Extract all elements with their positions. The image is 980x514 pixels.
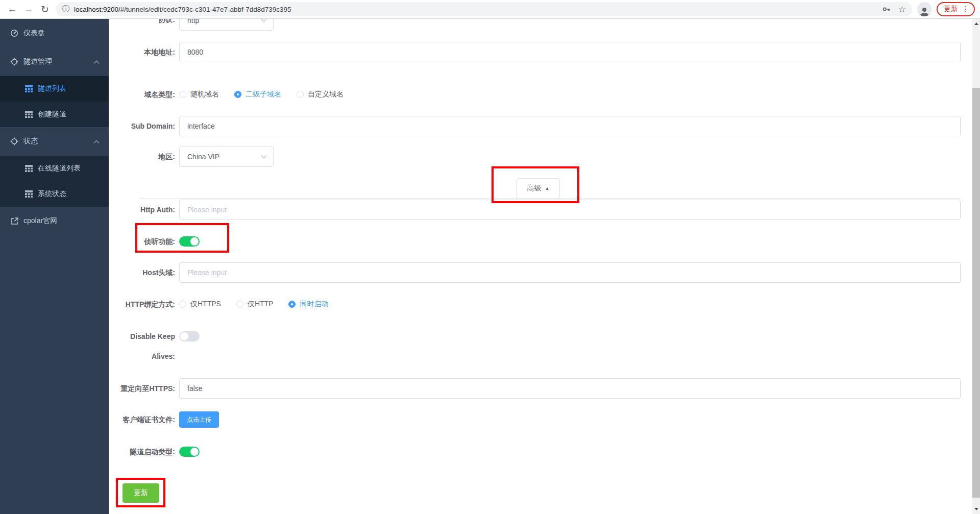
radio-random-domain[interactable]: 随机域名	[179, 90, 219, 99]
redirect-https-label: 重定向至HTTPS:	[109, 378, 175, 399]
radio-circle-icon	[179, 301, 186, 308]
listen-toggle[interactable]	[179, 236, 200, 247]
local-address-input[interactable]	[179, 42, 961, 62]
local-address-label: 本地地址:	[109, 42, 175, 62]
tunnel-start-type-label: 隧道启动类型:	[109, 442, 175, 462]
submenu-status: 在线隧道列表 系统状态	[0, 156, 109, 207]
sidebar-item-label: 隧道列表	[38, 84, 66, 93]
radio-circle-icon	[288, 301, 296, 308]
profile-avatar[interactable]	[917, 2, 932, 16]
sidebar-item-system-status[interactable]: 系统状态	[0, 181, 109, 207]
chevron-up-icon	[93, 137, 100, 145]
external-link-icon	[10, 217, 18, 225]
radio-label: 同时启动	[300, 300, 328, 309]
sub-domain-label: Sub Domain:	[109, 116, 175, 136]
sidebar-item-label: 在线隧道列表	[38, 164, 81, 173]
browser-toolbar: ← → ↻ ⓘ localhost:9200/#/tunnels/edit/ce…	[0, 0, 980, 19]
radio-custom-domain[interactable]: 自定义域名	[297, 90, 344, 99]
sidebar: 仪表盘 隧道管理 隧道列表 创建隧道 状态	[0, 19, 109, 514]
radio-circle-icon	[236, 301, 243, 308]
submenu-tunnel-management: 隧道列表 创建隧道	[0, 76, 109, 127]
radio-circle-icon	[179, 91, 186, 98]
http-bind-label: HTTP绑定方式:	[109, 294, 175, 314]
radio-subdomain[interactable]: 二级子域名	[234, 90, 281, 99]
radio-label: 仅HTTP	[248, 300, 274, 309]
host-header-input[interactable]	[179, 262, 961, 283]
update-submit-button[interactable]: 更新	[122, 483, 159, 503]
radio-http-only[interactable]: 仅HTTP	[236, 300, 274, 309]
address-bar[interactable]: ⓘ localhost:9200/#/tunnels/edit/cedc793c…	[56, 2, 912, 16]
upload-button[interactable]: 点击上传	[179, 411, 219, 428]
radio-label: 随机域名	[190, 90, 219, 99]
url-path: /#/tunnels/edit/cedc793c-c301-47e7-abbf-…	[118, 6, 291, 13]
sidebar-item-label: 系统状态	[38, 189, 66, 199]
client-cert-label: 客户端证书文件:	[109, 409, 175, 430]
advanced-toggle-button[interactable]: 高级 ▲	[517, 178, 560, 199]
protocol-select[interactable]: http	[179, 19, 274, 31]
advanced-label: 高级	[527, 184, 542, 193]
sidebar-item-online-tunnel-list[interactable]: 在线隧道列表	[0, 156, 109, 181]
region-select[interactable]: China VIP	[179, 146, 274, 167]
http-auth-label: Http Auth:	[109, 200, 175, 220]
radio-circle-icon	[234, 91, 241, 98]
chevron-down-icon	[261, 19, 267, 22]
tunnel-edit-form: 协议: http 本地地址: 域名类型: 随机域名 二级子域名 自定义域名 S	[109, 19, 972, 514]
tunnel-start-type-toggle[interactable]	[179, 447, 200, 457]
sidebar-item-cpolar-website[interactable]: cpolar官网	[0, 207, 109, 235]
scroll-down-icon[interactable]	[972, 505, 980, 513]
listen-label: 侦听功能:	[109, 231, 175, 252]
sidebar-section-label: 隧道管理	[23, 57, 52, 66]
http-auth-input[interactable]	[179, 200, 961, 220]
bookmark-star-icon[interactable]: ☆	[898, 4, 906, 15]
chevron-up-icon	[93, 58, 100, 66]
grid-icon	[24, 85, 33, 93]
region-value: China VIP	[187, 153, 219, 161]
chevron-down-icon	[261, 155, 267, 159]
sidebar-item-label: 创建隧道	[38, 110, 66, 119]
sidebar-item-create-tunnel[interactable]: 创建隧道	[0, 102, 109, 127]
back-icon[interactable]: ←	[4, 1, 20, 17]
password-key-icon[interactable]	[882, 5, 891, 14]
radio-both[interactable]: 同时启动	[288, 300, 328, 309]
chrome-update-label: 更新	[944, 5, 958, 14]
gauge-icon	[10, 29, 18, 37]
url-host: localhost:9200	[74, 6, 118, 13]
scrollbar-thumb[interactable]	[972, 88, 980, 498]
radio-label: 自定义域名	[308, 90, 344, 99]
forward-icon: →	[20, 1, 37, 17]
disable-keep-alives-toggle[interactable]	[179, 331, 200, 341]
redirect-https-input[interactable]	[179, 378, 961, 399]
triangle-up-icon: ▲	[545, 186, 550, 191]
sidebar-section-tunnel-management[interactable]: 隧道管理	[0, 47, 109, 76]
sidebar-item-label: cpolar官网	[23, 216, 57, 226]
radio-circle-icon	[297, 91, 304, 98]
site-info-icon[interactable]: ⓘ	[62, 5, 69, 14]
sidebar-section-label: 状态	[23, 137, 38, 146]
host-header-label: Host头域:	[109, 262, 175, 283]
sidebar-item-tunnel-list[interactable]: 隧道列表	[0, 76, 109, 102]
chrome-update-button[interactable]: 更新 ⋮	[937, 2, 975, 16]
aim-icon	[10, 58, 18, 66]
reload-icon[interactable]: ↻	[37, 1, 53, 17]
url-text[interactable]: localhost:9200/#/tunnels/edit/cedc793c-c…	[74, 6, 875, 13]
http-bind-radio-group: 仅HTTPS 仅HTTP 同时启动	[179, 294, 328, 314]
aim-icon	[10, 137, 18, 145]
disable-keep-alives-label-line1: Disable Keep	[109, 326, 175, 347]
protocol-label: 协议:	[109, 19, 175, 25]
domain-type-radio-group: 随机域名 二级子域名 自定义域名	[179, 84, 344, 105]
grid-icon	[24, 110, 33, 118]
disable-keep-alives-label-line2: Alives:	[109, 346, 175, 366]
scroll-up-icon[interactable]	[972, 20, 980, 28]
radio-label: 仅HTTPS	[190, 300, 221, 309]
region-label: 地区:	[109, 146, 175, 167]
radio-label: 二级子域名	[246, 90, 281, 99]
sub-domain-input[interactable]	[179, 116, 961, 136]
sidebar-item-dashboard[interactable]: 仪表盘	[0, 19, 109, 47]
domain-type-label: 域名类型:	[109, 84, 175, 105]
grid-icon	[24, 164, 33, 173]
page-scrollbar[interactable]	[972, 19, 980, 514]
grid-icon	[24, 190, 33, 198]
sidebar-section-status[interactable]: 状态	[0, 127, 109, 156]
browser-menu-icon[interactable]: ⋮	[962, 5, 969, 14]
radio-https-only[interactable]: 仅HTTPS	[179, 300, 221, 309]
